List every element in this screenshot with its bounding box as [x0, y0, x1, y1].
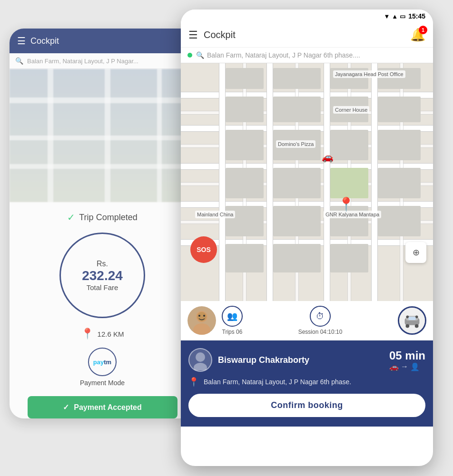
- menu-icon[interactable]: ☰: [188, 29, 198, 41]
- back-search-text: Balan Farm, Nataraj Layout, J P Nagar...: [27, 58, 138, 65]
- eta-minutes: 05 min: [389, 349, 425, 362]
- driver-photo: [187, 306, 216, 335]
- block1: [226, 97, 264, 122]
- block9: [330, 168, 368, 198]
- block20: [378, 206, 421, 236]
- distance-icon: 📍: [81, 328, 94, 340]
- map-area: Jayanagara Head Post Office Corner House…: [181, 63, 433, 301]
- payment-accepted-label: Payment Accepted: [74, 403, 142, 412]
- people-icon: 👥: [227, 311, 237, 321]
- svg-point-5: [203, 315, 205, 317]
- payment-mode-label: Payment Mode: [80, 379, 125, 387]
- locate-button[interactable]: ⊕: [405, 242, 426, 263]
- block17: [378, 97, 421, 122]
- notification-badge: 1: [419, 26, 427, 34]
- travel-icons: 🚗 → 👤: [389, 362, 425, 371]
- svg-point-10: [415, 324, 419, 328]
- back-search-icon: 🔍: [15, 57, 23, 65]
- block8: [273, 168, 321, 198]
- road-v4: [371, 63, 378, 301]
- bottom-panel: 👥 Trips 06 ⏱ Session 04:10:10: [181, 301, 433, 427]
- trips-icon-circle: 👥: [222, 306, 243, 327]
- clock-icon: ⏱: [316, 311, 325, 321]
- trips-button[interactable]: 👥 Trips 06: [222, 306, 243, 335]
- session-label: Session 04:10:10: [298, 329, 343, 335]
- poi-dominos: Domino's Pizza: [276, 140, 315, 148]
- trips-label: Trips 06: [222, 329, 243, 335]
- svg-point-4: [198, 315, 200, 317]
- rs-label: Rs.: [97, 260, 108, 268]
- poi-post-office: Jayanagara Head Post Office: [333, 70, 405, 78]
- block4: [226, 130, 264, 160]
- trip-completed-label: Trip Completed: [79, 213, 137, 223]
- total-fare-label: Total Fare: [87, 283, 118, 291]
- block21: [226, 244, 264, 272]
- sos-button[interactable]: SOS: [190, 236, 217, 263]
- road-v1: [219, 63, 226, 301]
- person-icon: 👤: [410, 362, 420, 371]
- car-image: [399, 307, 425, 334]
- search-icon: 🔍: [196, 51, 204, 59]
- status-time: 15:45: [408, 12, 425, 20]
- confirm-booking-button[interactable]: Confirm booking: [188, 394, 425, 417]
- block6: [330, 130, 368, 160]
- distance-value: 12.6 KM: [98, 330, 124, 338]
- confirm-booking-label: Confirm booking: [271, 400, 343, 410]
- status-icons: ▼ ▲ ▭: [384, 13, 405, 20]
- session-button[interactable]: ⏱ Session 04:10:10: [298, 306, 343, 335]
- payment-accepted-button[interactable]: ✓ Payment Accepted: [28, 396, 177, 418]
- status-bar: ▼ ▲ ▭ 15:45: [181, 10, 433, 23]
- car-icon: 🚗: [389, 362, 399, 371]
- booking-name-block: Biswarup Chakraborty: [218, 355, 309, 365]
- front-phone: ▼ ▲ ▭ 15:45 ☰ Cockpit 🔔 1 🔍 Balan Farm, …: [181, 10, 433, 466]
- battery-icon: ▭: [400, 13, 405, 20]
- paytm-circle: paytm: [88, 348, 117, 376]
- block13: [226, 68, 264, 89]
- block22: [273, 244, 321, 272]
- driver-row: 👥 Trips 06 ⏱ Session 04:10:10: [181, 301, 433, 340]
- back-phone: ☰ Cockpit 🔍 Balan Farm, Nataraj Layout, …: [10, 29, 195, 418]
- svg-rect-13: [408, 317, 415, 320]
- fare-circle: Rs. 232.24 Total Fare: [59, 233, 145, 318]
- destination-pin: 📍: [338, 196, 355, 212]
- check-icon: ✓: [67, 212, 75, 223]
- poi-corner-house: Corner House: [333, 106, 369, 114]
- distance-row: 📍 12.6 KM: [81, 328, 124, 340]
- block11: [273, 206, 321, 236]
- back-app-title: Cockpit: [30, 36, 59, 46]
- notification-button[interactable]: 🔔 1: [410, 28, 425, 42]
- booking-location-text: Balan Farm, Nataraj Layout, J P Nagar 6t…: [204, 378, 351, 386]
- car-thumbnail: [398, 306, 426, 335]
- back-map: [10, 69, 195, 202]
- paytm-text: paytm: [93, 359, 111, 366]
- back-content: ✓ Trip Completed Rs. 232.24 Total Fare 📍…: [10, 202, 195, 418]
- block7: [226, 168, 264, 198]
- booking-top: Biswarup Chakraborty 05 min 🚗 → 👤: [188, 348, 425, 372]
- payment-mode-section: paytm Payment Mode: [80, 348, 125, 387]
- arrow-icon: →: [401, 362, 408, 371]
- svg-point-14: [196, 352, 205, 362]
- block23: [330, 244, 368, 272]
- block18: [378, 130, 421, 160]
- app-title: Cockpit: [204, 29, 236, 40]
- block14: [273, 68, 321, 89]
- app-header-left: ☰ Cockpit: [188, 29, 236, 41]
- road-v3: [324, 63, 330, 301]
- app-header: ☰ Cockpit 🔔 1: [181, 23, 433, 48]
- back-menu-icon[interactable]: ☰: [17, 35, 26, 47]
- block19: [378, 168, 421, 198]
- front-search-bar[interactable]: 🔍 Balan Farm, Nataraj Layout, J P Nagar …: [181, 48, 433, 63]
- passenger-avatar: [190, 350, 211, 370]
- fare-amount: 232.24: [82, 268, 123, 283]
- back-phone-header: ☰ Cockpit: [10, 29, 195, 53]
- checkmark-icon: ✓: [63, 403, 69, 412]
- signal-icon: ▲: [392, 13, 398, 20]
- session-icon-circle: ⏱: [310, 306, 331, 327]
- driver-avatar: [187, 306, 216, 335]
- location-dot: [187, 53, 192, 58]
- booking-time-block: 05 min 🚗 → 👤: [389, 349, 425, 371]
- svg-point-9: [406, 324, 410, 328]
- wifi-icon: ▼: [384, 13, 390, 20]
- booking-card: Biswarup Chakraborty 05 min 🚗 → 👤 📍 Bala…: [181, 340, 433, 427]
- booking-driver-name: Biswarup Chakraborty: [218, 355, 309, 365]
